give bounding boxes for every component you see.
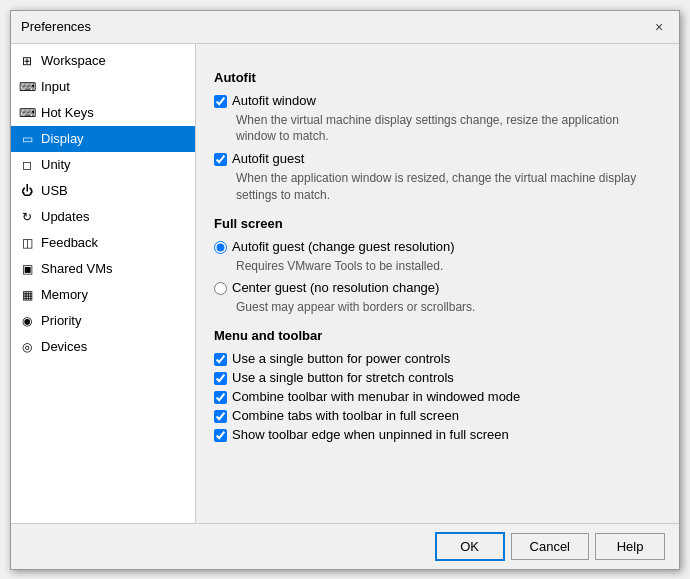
single_stretch-label[interactable]: Use a single button for stretch controls — [232, 370, 454, 385]
memory-icon: ▦ — [19, 287, 35, 303]
sidebar-label-devices: Devices — [41, 339, 87, 354]
sidebar-label-sharedvms: Shared VMs — [41, 261, 113, 276]
sidebar-item-priority[interactable]: ◉Priority — [11, 308, 195, 334]
sidebar: ⊞Workspace⌨Input⌨Hot Keys▭Display◻Unity⏻… — [11, 44, 196, 523]
fullscreen_autofit-input[interactable] — [214, 241, 227, 254]
sidebar-label-usb: USB — [41, 183, 68, 198]
close-button[interactable]: × — [649, 17, 669, 37]
show_edge-input[interactable] — [214, 429, 227, 442]
dialog-body: ⊞Workspace⌨Input⌨Hot Keys▭Display◻Unity⏻… — [11, 44, 679, 523]
unity-icon: ◻ — [19, 157, 35, 173]
sidebar-item-input[interactable]: ⌨Input — [11, 74, 195, 100]
preferences-dialog: Preferences × ⊞Workspace⌨Input⌨Hot Keys▭… — [10, 10, 680, 570]
hotkeys-icon: ⌨ — [19, 105, 35, 121]
sidebar-label-feedback: Feedback — [41, 235, 98, 250]
sidebar-label-hotkeys: Hot Keys — [41, 105, 94, 120]
option-single_power: Use a single button for power controls — [214, 351, 661, 366]
sidebar-label-priority: Priority — [41, 313, 81, 328]
combine_tabs-label[interactable]: Combine tabs with toolbar in full screen — [232, 408, 459, 423]
option-autofit_window: Autofit window — [214, 93, 661, 108]
fullscreen_center-label[interactable]: Center guest (no resolution change) — [232, 280, 439, 295]
option-combine_menubar: Combine toolbar with menubar in windowed… — [214, 389, 661, 404]
option-fullscreen_autofit: Autofit guest (change guest resolution) — [214, 239, 661, 254]
sidebar-item-unity[interactable]: ◻Unity — [11, 152, 195, 178]
dialog-title: Preferences — [21, 19, 91, 34]
feedback-icon: ◫ — [19, 235, 35, 251]
sidebar-item-workspace[interactable]: ⊞Workspace — [11, 48, 195, 74]
fullscreen_center-description: Guest may appear with borders or scrollb… — [236, 299, 661, 316]
fullscreen_autofit-description: Requires VMware Tools to be installed. — [236, 258, 661, 275]
single_stretch-input[interactable] — [214, 372, 227, 385]
option-fullscreen_center: Center guest (no resolution change) — [214, 280, 661, 295]
sidebar-label-unity: Unity — [41, 157, 71, 172]
sidebar-item-memory[interactable]: ▦Memory — [11, 282, 195, 308]
section-title-fullscreen: Full screen — [214, 216, 661, 231]
sidebar-item-updates[interactable]: ↻Updates — [11, 204, 195, 230]
sidebar-label-updates: Updates — [41, 209, 89, 224]
autofit_window-description: When the virtual machine display setting… — [236, 112, 661, 146]
combine_menubar-input[interactable] — [214, 391, 227, 404]
dialog-footer: OK Cancel Help — [11, 523, 679, 569]
sidebar-label-memory: Memory — [41, 287, 88, 302]
section-title-menubar: Menu and toolbar — [214, 328, 661, 343]
section-title-autofit: Autofit — [214, 70, 661, 85]
fullscreen_autofit-label[interactable]: Autofit guest (change guest resolution) — [232, 239, 455, 254]
title-bar: Preferences × — [11, 11, 679, 44]
priority-icon: ◉ — [19, 313, 35, 329]
autofit_guest-input[interactable] — [214, 153, 227, 166]
show_edge-label[interactable]: Show toolbar edge when unpinned in full … — [232, 427, 509, 442]
help-button[interactable]: Help — [595, 533, 665, 560]
combine_menubar-label[interactable]: Combine toolbar with menubar in windowed… — [232, 389, 520, 404]
sidebar-item-usb[interactable]: ⏻USB — [11, 178, 195, 204]
option-show_edge: Show toolbar edge when unpinned in full … — [214, 427, 661, 442]
option-combine_tabs: Combine tabs with toolbar in full screen — [214, 408, 661, 423]
sidebar-label-display: Display — [41, 131, 84, 146]
content-area: AutofitAutofit windowWhen the virtual ma… — [196, 44, 679, 523]
display-icon: ▭ — [19, 131, 35, 147]
usb-icon: ⏻ — [19, 183, 35, 199]
sharedvms-icon: ▣ — [19, 261, 35, 277]
sidebar-item-devices[interactable]: ◎Devices — [11, 334, 195, 360]
autofit_window-label[interactable]: Autofit window — [232, 93, 316, 108]
autofit_window-input[interactable] — [214, 95, 227, 108]
sidebar-item-display[interactable]: ▭Display — [11, 126, 195, 152]
sidebar-item-sharedvms[interactable]: ▣Shared VMs — [11, 256, 195, 282]
sidebar-label-workspace: Workspace — [41, 53, 106, 68]
option-single_stretch: Use a single button for stretch controls — [214, 370, 661, 385]
devices-icon: ◎ — [19, 339, 35, 355]
section-menubar: Menu and toolbarUse a single button for … — [214, 328, 661, 442]
cancel-button[interactable]: Cancel — [511, 533, 589, 560]
section-autofit: AutofitAutofit windowWhen the virtual ma… — [214, 70, 661, 204]
sidebar-label-input: Input — [41, 79, 70, 94]
option-autofit_guest: Autofit guest — [214, 151, 661, 166]
autofit_guest-label[interactable]: Autofit guest — [232, 151, 304, 166]
workspace-icon: ⊞ — [19, 53, 35, 69]
updates-icon: ↻ — [19, 209, 35, 225]
single_power-input[interactable] — [214, 353, 227, 366]
section-fullscreen: Full screenAutofit guest (change guest r… — [214, 216, 661, 317]
autofit_guest-description: When the application window is resized, … — [236, 170, 661, 204]
input-icon: ⌨ — [19, 79, 35, 95]
single_power-label[interactable]: Use a single button for power controls — [232, 351, 450, 366]
fullscreen_center-input[interactable] — [214, 282, 227, 295]
sidebar-item-feedback[interactable]: ◫Feedback — [11, 230, 195, 256]
ok-button[interactable]: OK — [435, 532, 505, 561]
combine_tabs-input[interactable] — [214, 410, 227, 423]
sidebar-item-hotkeys[interactable]: ⌨Hot Keys — [11, 100, 195, 126]
